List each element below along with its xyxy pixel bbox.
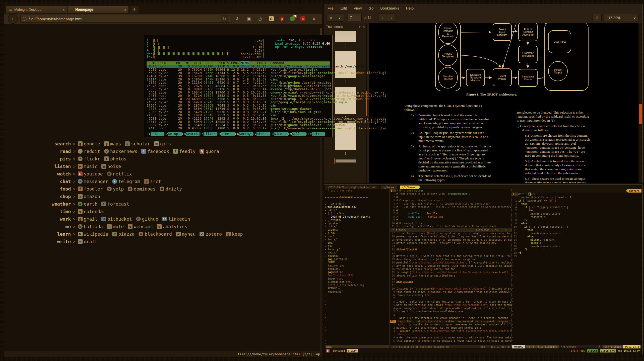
code-line[interactable]: 15[midnight](https://github.com/thallada… [390,271,511,274]
code-line[interactable]: 22###dotfiles### [390,248,511,251]
code-line[interactable]: 3# Changes not staged for commit: [390,199,511,202]
code-line[interactable]: 2# [390,196,511,199]
nerdtree-item[interactable]: ▸ js/ [325,244,390,248]
code-line[interactable]: 7 [390,297,511,300]
nerdtree-item[interactable]: [★]midnight.html [325,280,390,284]
session-s-icon[interactable]: S [269,16,274,21]
code-line[interactable]: 11 then [512,228,641,232]
code-line[interactable]: 2if [ "$inverted" == "W" ] [512,199,641,202]
fkey-f5[interactable]: F5 [217,132,221,136]
nerdtree-item[interactable]: ▸ laundry/ [325,248,390,251]
tab-counter-icon[interactable]: 21 [290,16,295,21]
tab-close-icon[interactable]: x [63,8,65,12]
homepage-link[interactable]: ssrct [144,179,161,184]
pdf-scrollbar[interactable] [638,23,642,183]
code-line[interactable]: 19 [512,254,641,258]
code-line[interactable]: 7# modified: Gemfile [390,212,511,215]
homepage-link[interactable]: gkeep [226,231,243,237]
nerdtree-item[interactable]: ▸ css/ [325,235,390,238]
homepage-link[interactable]: Yhackernews [104,149,137,154]
code-line[interactable]: 14always contain the setup described her… [390,274,511,277]
homepage-link[interactable]: ffacebook [141,149,169,154]
fkey-f2[interactable]: F2 [164,132,168,136]
code-line[interactable]: 18fi [512,251,641,254]
code-line[interactable]: 15 sleep 3 [512,241,641,245]
markdown-buffer[interactable]: 27I tend to use Linux (Ubuntu) on my des… [390,232,511,342]
code-line[interactable]: 11 [390,284,511,287]
homepage-link[interactable]: ggmail [78,216,97,222]
nerdtree-item[interactable]: ▸ _site/ [325,225,390,228]
nerdtree-item[interactable]: ▾ [✗]_drafts/ [325,212,390,215]
invert-script-buffer[interactable]: 1#!/bin/bash1inverted=$(xcalib -a -p | h… [512,193,641,349]
code-line[interactable]: 1# Your branch is up-to-date with 'origi… [390,192,511,196]
nerdtree-item[interactable]: [●]Gemfile [325,270,390,274]
code-line[interactable]: 10 if [ -z "$(pgrep redshift)" ] [512,225,641,228]
fkey-f9[interactable]: F9 [288,132,292,136]
homepage-link[interactable]: ♘mule [107,224,124,229]
homepage-link[interactable]: ▶youtube [78,171,103,176]
nerdtree-item[interactable]: ▸ blog/ [325,231,390,235]
nerdtree-item[interactable]: feed.xml [325,267,390,270]
homepage-link[interactable]: ggoogle [78,141,100,146]
homepage-link[interactable]: inlinkedin [162,216,190,222]
code-line[interactable]: 1`sxhkd` (probably the hardest program n… [390,323,511,326]
menu-icon[interactable]: ≡ [311,16,317,22]
code-line[interactable]: 18profile](https://github.com/thallada/d… [390,261,511,264]
puzzle-icon[interactable]: ▣ [246,16,252,22]
homepage-link[interactable]: aamazon [78,194,100,199]
sidebar-close-icon[interactable]: ✕ [362,25,365,29]
nerdtree-item[interactable]: ▸ img/ [325,241,390,244]
nerdtree-item[interactable]: ▸ assets/ [325,228,390,231]
homepage-link[interactable]: ◉blackboard [139,231,172,237]
code-line[interactable]: 9from gnome to bspwm, a minimal tiling w… [390,290,511,294]
page-number-input[interactable]: 7 [348,14,362,21]
nerdtree-item[interactable]: ▸ _layouts/ [325,218,390,222]
homepage-link[interactable]: yyelp [107,186,124,192]
homepage-link[interactable]: Ubitbucket [101,216,132,222]
vim-tab-0[interactable]: _/2015-05-28-midnight-desktop.md [325,186,377,189]
homepage-link[interactable]: Wwikipedia [78,231,108,237]
homepage-link[interactable]: Sscholar [125,141,150,146]
menu-go[interactable]: Go [368,6,373,10]
zoom-level-dropdown[interactable]: 116.89%∨ [604,14,639,22]
code-line[interactable]: 21 [390,251,511,254]
code-line[interactable]: 2hotkeys for the environment. All of the… [390,326,511,329]
htop-process-row[interactable]: 2415 root 20 0 95352 18836 1280 S 0.0 0.… [147,127,330,130]
nerdtree-filler[interactable]: ~ [325,342,390,345]
back-button[interactable]: ‹ [8,14,18,24]
homepage-link[interactable]: ♞webcams [128,224,153,229]
code-line[interactable]: 33`bspc` that controls the entire deskto… [390,320,511,323]
code-line[interactable]: 6 xrandr-invert-colors [512,212,641,215]
tab-close-icon[interactable]: x [124,8,126,12]
code-line[interactable]: 24gotten complex enough that I thought i… [390,241,511,245]
homepage-link[interactable]: Ppiazza [112,231,135,237]
code-line[interactable]: 19describing is stored in a [dotfiles re… [390,258,511,261]
homepage-link[interactable]: gmaps [104,141,121,146]
homepage-link[interactable]: ➤messenger [78,179,108,184]
tmux-window-label[interactable]: 0:vim* [347,349,358,352]
history-clock-icon[interactable]: ◷ [257,16,263,22]
code-line[interactable]: 17 fi [512,248,641,251]
code-line[interactable]: 25environment over the course of a few m… [390,238,511,241]
homepage-link[interactable]: ⊙github [136,216,158,222]
code-line[interactable]: 3forces it to use the maximum available … [390,310,511,313]
code-line[interactable]: 5 then [512,209,641,212]
homepage-link[interactable]: ◉earth [78,201,97,207]
fkey-f4[interactable]: F4 [200,132,204,136]
code-line[interactable]: xhkdrc) [390,333,511,336]
code-line[interactable]: 2 [390,313,511,316]
code-line[interactable]: 8 fi [512,219,641,222]
browser-tab[interactable]: Homepagex [67,6,129,13]
code-line[interactable]: 14 killall redshift [512,238,641,241]
code-line[interactable]: 12 xrandr-invert-colors [512,232,641,235]
code-line[interactable]: 9# [390,218,511,222]
fkey-f3[interactable]: F3 [182,132,186,136]
page-up-icon[interactable]: ∧ [327,14,335,21]
nerdtree-panel[interactable]: " Press ? for help ----------Bookmarks--… [325,189,390,345]
homepage-link[interactable]: hhallada [78,224,103,229]
url-bar[interactable]: file:///home/tyler/homepage.html ↻ [20,15,230,23]
code-line[interactable]: 1I also like how hackable the whole mana… [390,316,511,320]
code-line[interactable]: 3 then [512,202,641,206]
code-line[interactable]: 9 else [512,222,641,225]
history-forward-icon[interactable]: › [387,14,396,21]
